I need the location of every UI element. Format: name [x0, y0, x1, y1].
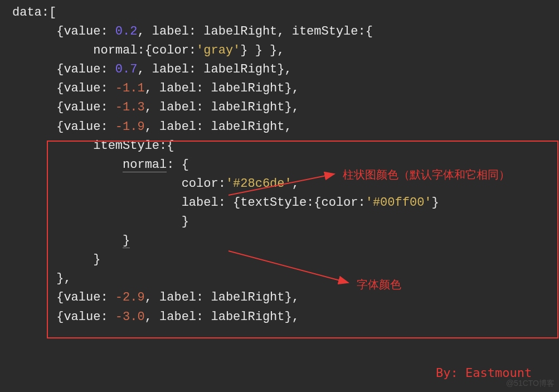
- svg-line-1: [229, 251, 348, 283]
- watermark: @51CTO博客: [506, 378, 555, 390]
- arrow-font-color: [223, 246, 362, 291]
- annotation-font-color: 字体颜色: [357, 276, 401, 293]
- arrow-bar-color: [223, 167, 346, 201]
- annotation-bar-color: 柱状图颜色（默认字体和它相同）: [343, 166, 510, 183]
- svg-line-0: [229, 174, 334, 195]
